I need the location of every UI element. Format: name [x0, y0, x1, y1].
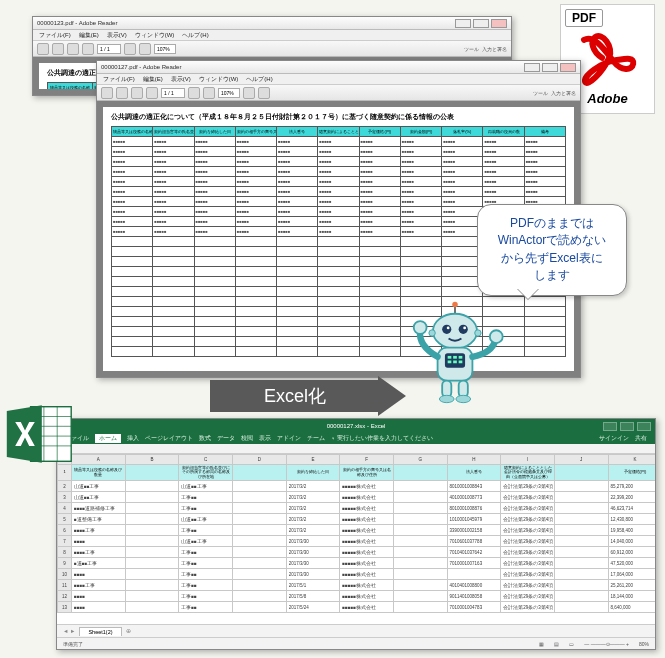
mail-icon[interactable] [82, 43, 94, 55]
cell[interactable]: ■道整備工事 [72, 514, 126, 525]
cell[interactable]: 会計法第29条の3第4項 [501, 602, 555, 613]
titlebar[interactable]: 00000127.pdf - Adobe Reader [97, 61, 580, 74]
cell[interactable]: ■■■■■株式会社 [340, 503, 394, 514]
col-header[interactable] [554, 465, 608, 481]
menu-file[interactable]: ファイル(F) [103, 75, 135, 84]
maximize-button[interactable] [620, 422, 634, 431]
table-row[interactable]: 8■■■■工事工事■■2017/3/30■■■■■株式会社70104010376… [58, 547, 656, 558]
cell[interactable]: 山道■■工事 [179, 481, 233, 492]
cell[interactable] [393, 547, 447, 558]
tab-tellme[interactable]: ♀ 実行したい作業を入力してください [331, 435, 433, 442]
cell[interactable] [393, 591, 447, 602]
table-row[interactable]: 5■道整備工事山道■■工事2017/3/2■■■■■株式会社1010001045… [58, 514, 656, 525]
maximize-button[interactable] [542, 63, 558, 72]
col-letter[interactable]: H [447, 455, 501, 465]
col-letter[interactable]: B [125, 455, 179, 465]
tab-insert[interactable]: 挿入 [127, 435, 139, 442]
minimize-button[interactable] [455, 19, 471, 28]
maximize-button[interactable] [473, 19, 489, 28]
cell[interactable] [232, 481, 286, 492]
cell[interactable] [393, 492, 447, 503]
zoom-out-icon[interactable] [124, 43, 136, 55]
menu-edit[interactable]: 編集(E) [143, 75, 163, 84]
cell[interactable]: 2017/3/2 [286, 525, 340, 536]
menu-file[interactable]: ファイル(F) [39, 31, 71, 40]
cell[interactable]: 85,279,200 [608, 481, 655, 492]
col-letter[interactable]: J [554, 455, 608, 465]
cell[interactable]: 5 [58, 514, 72, 525]
col-header[interactable]: 契約の相手方の商号又は名称及び住所 [340, 465, 394, 481]
cell[interactable]: 2017/5/1 [286, 580, 340, 591]
cell[interactable]: 7010001007163 [447, 558, 501, 569]
cell[interactable]: 2017/3/2 [286, 481, 340, 492]
cell[interactable]: 会計法第29条の3第4項 [501, 547, 555, 558]
cell[interactable]: 2017/3/30 [286, 558, 340, 569]
cell[interactable]: 会計法第29条の3第4項 [501, 591, 555, 602]
print-icon[interactable] [67, 43, 79, 55]
cell[interactable] [554, 492, 608, 503]
cell[interactable]: 2 [58, 481, 72, 492]
cell[interactable] [393, 514, 447, 525]
mail-icon[interactable] [146, 87, 158, 99]
col-letter[interactable]: E [286, 455, 340, 465]
menu-view[interactable]: 表示(V) [107, 31, 127, 40]
open-icon[interactable] [101, 87, 113, 99]
cell[interactable]: 7010001004783 [447, 602, 501, 613]
col-header[interactable] [232, 465, 286, 481]
view-layout-icon[interactable]: ▤ [554, 641, 559, 647]
cell[interactable]: ■■■■■株式会社 [340, 591, 394, 602]
cell[interactable] [393, 503, 447, 514]
cell[interactable]: 12,430,800 [608, 514, 655, 525]
cell[interactable]: 会計法第29条の3第4項 [501, 536, 555, 547]
cell[interactable]: 22,399,200 [608, 492, 655, 503]
save-icon[interactable] [52, 43, 64, 55]
sheet-tab[interactable]: Sheet1(2) [79, 627, 121, 636]
cell[interactable] [393, 481, 447, 492]
table-row[interactable]: 2山道■■工事山道■■工事2017/3/2■■■■■株式会社8010001008… [58, 481, 656, 492]
col-header[interactable] [393, 465, 447, 481]
col-letter[interactable]: I [501, 455, 555, 465]
col-letter[interactable]: A [72, 455, 126, 465]
cell[interactable] [393, 569, 447, 580]
cell[interactable]: 工事■■ [179, 602, 233, 613]
minimize-button[interactable] [603, 422, 617, 431]
zoom-in-icon[interactable] [203, 87, 215, 99]
cell[interactable] [125, 481, 179, 492]
cell[interactable]: 工事■■ [179, 525, 233, 536]
cell[interactable]: 工事■■ [179, 580, 233, 591]
cell[interactable]: 4010401008800 [447, 580, 501, 591]
cell[interactable] [232, 492, 286, 503]
table-row[interactable]: 13■■■■工事■■2017/5/24■■■■■株式会社701000100478… [58, 602, 656, 613]
cell[interactable]: 2017/3/2 [286, 514, 340, 525]
cell[interactable] [125, 569, 179, 580]
table-row[interactable]: 6■■■■工事工事■■2017/3/2■■■■■株式会社339000100215… [58, 525, 656, 536]
cell[interactable]: 会計法第29条の3第4項 [501, 569, 555, 580]
col-header[interactable]: 契約担当官等の氏名並びにその所属する部局の名称及び所在地 [179, 465, 233, 481]
cell[interactable]: 山道■■工事 [179, 536, 233, 547]
cell[interactable] [125, 580, 179, 591]
cell[interactable]: 18,144,000 [608, 591, 655, 602]
tab-view[interactable]: 表示 [259, 435, 271, 442]
cell[interactable]: 8010001008843 [447, 481, 501, 492]
cell[interactable] [125, 547, 179, 558]
minimize-button[interactable] [524, 63, 540, 72]
cell[interactable]: 2017/3/30 [286, 547, 340, 558]
cell[interactable] [554, 569, 608, 580]
cell[interactable]: ■■■■■株式会社 [340, 558, 394, 569]
tab-team[interactable]: チーム [307, 435, 325, 442]
zoom-field[interactable]: 107% [154, 44, 176, 54]
cell[interactable]: ■■■■■株式会社 [340, 580, 394, 591]
cell[interactable] [232, 591, 286, 602]
print-icon[interactable] [131, 87, 143, 99]
menu-help[interactable]: ヘルプ(H) [246, 75, 272, 84]
cell[interactable] [232, 536, 286, 547]
col-header[interactable]: 法人番号 [447, 465, 501, 481]
cell[interactable] [554, 602, 608, 613]
cell[interactable]: 山道■■工事 [72, 481, 126, 492]
cell[interactable]: 13 [58, 602, 72, 613]
cell[interactable] [232, 558, 286, 569]
sign-label[interactable]: 入力と署名 [551, 90, 576, 96]
cell[interactable] [554, 481, 608, 492]
col-letter[interactable]: F [340, 455, 394, 465]
cell[interactable]: 19,958,400 [608, 525, 655, 536]
